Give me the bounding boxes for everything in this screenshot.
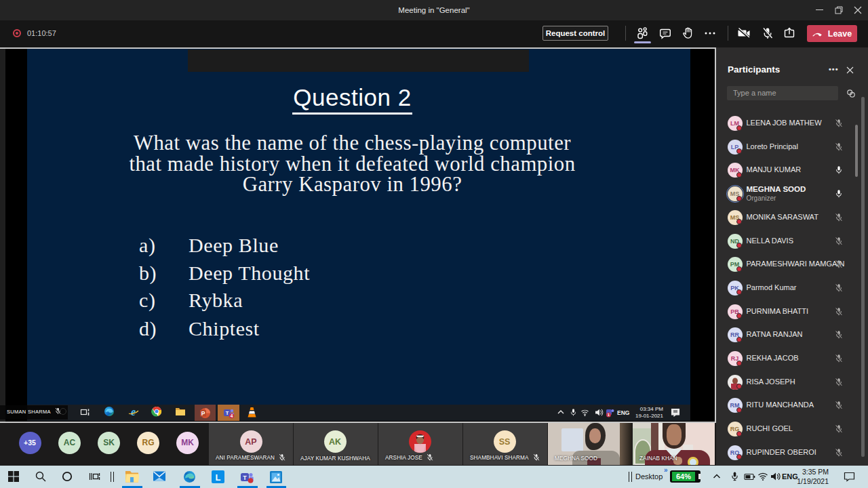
svg-text:P: P: [201, 410, 205, 417]
svg-text:L: L: [216, 472, 221, 483]
svg-text:4: 4: [231, 413, 233, 418]
svg-text:e: e: [131, 406, 136, 418]
svg-text:T: T: [226, 410, 229, 416]
svg-text:T: T: [243, 474, 247, 481]
